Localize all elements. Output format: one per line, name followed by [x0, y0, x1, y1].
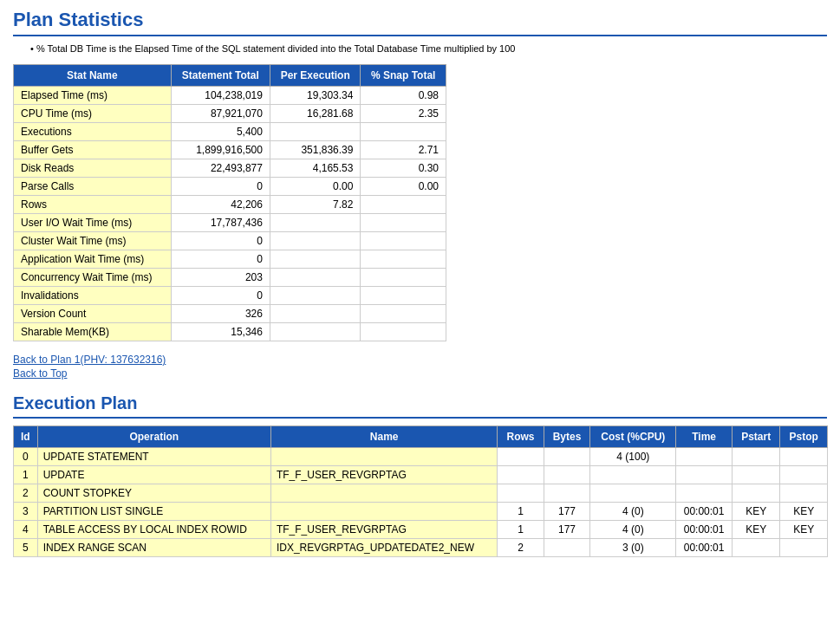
exec-col-pstop: Pstop — [780, 426, 828, 448]
exec-time-cell — [676, 448, 733, 466]
exec-rows-cell: 1 — [498, 503, 544, 521]
stat-snap-total-cell — [361, 232, 446, 250]
exec-name-cell: TF_F_USER_REVGRPTAG — [270, 521, 498, 539]
stat-per-exec-cell: 19,303.34 — [270, 87, 361, 105]
table-row: 5 INDEX RANGE SCAN IDX_REVGRPTAG_UPDATED… — [14, 539, 828, 557]
stat-total-cell: 0 — [171, 232, 270, 250]
exec-time-cell: 00:00:01 — [676, 521, 733, 539]
table-row: Cluster Wait Time (ms) 0 — [14, 232, 446, 250]
col-header-stat-name: Stat Name — [14, 65, 172, 87]
exec-rows-cell — [498, 484, 544, 503]
stat-snap-total-cell — [361, 123, 446, 141]
exec-pstop-cell — [780, 448, 828, 466]
exec-name-cell — [270, 503, 498, 521]
stat-snap-total-cell: 2.35 — [361, 105, 446, 123]
stat-total-cell: 5,400 — [171, 123, 270, 141]
exec-op-cell: PARTITION LIST SINGLE — [37, 503, 270, 521]
stat-total-cell: 0 — [171, 287, 270, 305]
exec-id-cell: 5 — [14, 539, 38, 557]
exec-col-id: Id — [14, 426, 38, 448]
page-title: Plan Statistics — [13, 9, 827, 36]
exec-col-pstart: Pstart — [732, 426, 779, 448]
exec-cost-cell — [590, 466, 676, 484]
exec-time-cell: 00:00:01 — [676, 503, 733, 521]
back-to-plan-link[interactable]: Back to Plan 1(PHV: 137632316) — [13, 354, 827, 366]
stat-name-cell: Invalidations — [14, 287, 172, 305]
exec-rows-cell: 2 — [498, 539, 544, 557]
stat-name-cell: Disk Reads — [14, 159, 172, 178]
exec-id-cell: 1 — [14, 466, 38, 484]
exec-col-time: Time — [676, 426, 733, 448]
exec-pstart-cell — [732, 448, 779, 466]
stat-total-cell: 326 — [171, 305, 270, 323]
table-row: Executions 5,400 — [14, 123, 446, 141]
table-row: 3 PARTITION LIST SINGLE 1 177 4 (0) 00:0… — [14, 503, 828, 521]
exec-op-cell: COUNT STOPKEY — [37, 484, 270, 503]
exec-bytes-cell: 177 — [544, 503, 590, 521]
stat-per-exec-cell — [270, 214, 361, 232]
table-row: Parse Calls 0 0.00 0.00 — [14, 178, 446, 196]
stat-total-cell: 0 — [171, 250, 270, 269]
exec-bytes-cell — [544, 484, 590, 503]
exec-time-cell — [676, 484, 733, 503]
exec-rows-cell: 1 — [498, 521, 544, 539]
stat-total-cell: 1,899,916,500 — [171, 141, 270, 159]
table-row: CPU Time (ms) 87,921,070 16,281.68 2.35 — [14, 105, 446, 123]
back-links: Back to Plan 1(PHV: 137632316) Back to T… — [13, 354, 827, 380]
exec-bytes-cell: 177 — [544, 521, 590, 539]
exec-pstop-cell — [780, 466, 828, 484]
exec-name-cell: IDX_REVGRPTAG_UPDATEDATE2_NEW — [270, 539, 498, 557]
stat-name-cell: User I/O Wait Time (ms) — [14, 214, 172, 232]
stat-per-exec-cell — [270, 323, 361, 341]
stat-per-exec-cell — [270, 269, 361, 287]
exec-bytes-cell — [544, 448, 590, 466]
exec-col-rows: Rows — [498, 426, 544, 448]
exec-cost-cell: 4 (100) — [590, 448, 676, 466]
db-time-note: % Total DB Time is the Elapsed Time of t… — [13, 43, 827, 54]
exec-pstart-cell — [732, 484, 779, 503]
exec-cost-cell: 4 (0) — [590, 521, 676, 539]
stat-per-exec-cell — [270, 232, 361, 250]
stat-name-cell: Rows — [14, 196, 172, 214]
stat-snap-total-cell: 0.30 — [361, 159, 446, 178]
stat-snap-total-cell: 2.71 — [361, 141, 446, 159]
stat-per-exec-cell: 7.82 — [270, 196, 361, 214]
exec-bytes-cell — [544, 539, 590, 557]
col-header-per-execution: Per Execution — [270, 65, 361, 87]
exec-pstart-cell — [732, 539, 779, 557]
stat-per-exec-cell — [270, 123, 361, 141]
stat-name-cell: Concurrency Wait Time (ms) — [14, 269, 172, 287]
stat-total-cell: 42,206 — [171, 196, 270, 214]
exec-pstart-cell: KEY — [732, 503, 779, 521]
exec-name-cell — [270, 448, 498, 466]
exec-id-cell: 2 — [14, 484, 38, 503]
stat-per-exec-cell — [270, 250, 361, 269]
stat-total-cell: 22,493,877 — [171, 159, 270, 178]
table-row: Elapsed Time (ms) 104,238,019 19,303.34 … — [14, 87, 446, 105]
table-row: Version Count 326 — [14, 305, 446, 323]
exec-name-cell: TF_F_USER_REVGRPTAG — [270, 466, 498, 484]
exec-col-cost: Cost (%CPU) — [590, 426, 676, 448]
exec-op-cell: UPDATE — [37, 466, 270, 484]
stat-name-cell: Application Wait Time (ms) — [14, 250, 172, 269]
table-row: Buffer Gets 1,899,916,500 351,836.39 2.7… — [14, 141, 446, 159]
stat-snap-total-cell — [361, 305, 446, 323]
stat-snap-total-cell — [361, 196, 446, 214]
stat-snap-total-cell: 0.00 — [361, 178, 446, 196]
stat-name-cell: Version Count — [14, 305, 172, 323]
stat-snap-total-cell — [361, 250, 446, 269]
stat-total-cell: 15,346 — [171, 323, 270, 341]
stat-per-exec-cell: 16,281.68 — [270, 105, 361, 123]
exec-op-cell: UPDATE STATEMENT — [37, 448, 270, 466]
table-row: Invalidations 0 — [14, 287, 446, 305]
exec-col-name: Name — [270, 426, 498, 448]
exec-rows-cell — [498, 448, 544, 466]
stat-name-cell: Cluster Wait Time (ms) — [14, 232, 172, 250]
stat-snap-total-cell — [361, 287, 446, 305]
exec-col-operation: Operation — [37, 426, 270, 448]
exec-time-cell: 00:00:01 — [676, 539, 733, 557]
exec-rows-cell — [498, 466, 544, 484]
table-row: Disk Reads 22,493,877 4,165.53 0.30 — [14, 159, 446, 178]
back-to-top-link[interactable]: Back to Top — [13, 367, 827, 380]
exec-bytes-cell — [544, 466, 590, 484]
